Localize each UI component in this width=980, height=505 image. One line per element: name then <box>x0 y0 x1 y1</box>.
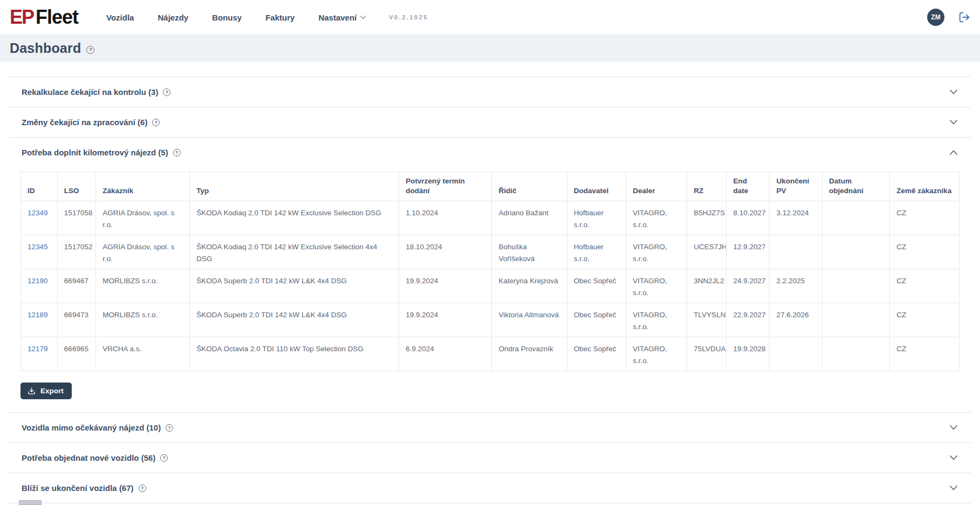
chevron-down-icon[interactable] <box>950 455 957 460</box>
table-cell: 669467 <box>57 269 95 303</box>
table-cell: VITAGRO, s.r.o. <box>626 269 687 303</box>
panel-title: Rekalkulace čekající na kontrolu (3) <box>22 87 158 97</box>
table-cell: Bohuška Voříšeková <box>492 235 567 269</box>
panel-kilometrovy-najezd: Potřeba doplnit kilometrový nájezd (5) ?… <box>9 138 971 413</box>
table-cell: 666965 <box>57 337 95 371</box>
logout-icon[interactable] <box>958 11 970 23</box>
table-cell <box>822 303 889 337</box>
column-header: LSO <box>57 172 95 201</box>
panel-title: Potřeba doplnit kilometrový nájezd (5) <box>22 148 168 157</box>
main-nav: Vozidla Nájezdy Bonusy Faktury Nastavení <box>106 13 366 22</box>
id-link[interactable]: 12349 <box>21 201 58 235</box>
nav-item-najezdy[interactable]: Nájezdy <box>157 13 188 22</box>
table-cell: 2.2.2025 <box>770 269 822 303</box>
nav-item-vozidla[interactable]: Vozidla <box>106 13 134 22</box>
table-row: 12179666965VRCHA a.s.ŠKODA Octavia 2.0 T… <box>21 337 960 371</box>
panel-rekalkulace: Rekalkulace čekající na kontrolu (3) ? <box>9 77 971 107</box>
table-cell: 24.9.2027 <box>727 269 770 303</box>
column-header: Zákazník <box>96 172 190 201</box>
help-icon[interactable]: ? <box>152 119 160 126</box>
table-cell: 19.9.2024 <box>399 269 492 303</box>
table-cell: UCES7JH <box>687 235 727 269</box>
logo-ep-text: EP <box>10 6 33 29</box>
dashboard-accordion: Rekalkulace čekající na kontrolu (3) ? Z… <box>9 77 971 503</box>
panel-ukonceni-vozidla: Blíží se ukončení vozidla (67) ? <box>9 473 971 503</box>
column-header: Ukončení PV <box>770 172 822 201</box>
help-icon[interactable]: ? <box>163 88 170 96</box>
chevron-up-icon[interactable] <box>950 150 957 155</box>
panel-title: Blíží se ukončení vozidla (67) <box>22 483 134 493</box>
panel-header-objednat-vozidlo[interactable]: Potřeba objednat nové vozidlo (56) ? <box>9 443 971 473</box>
nav-item-faktury[interactable]: Faktury <box>265 13 294 22</box>
panel-header-zmeny[interactable]: Změny čekající na zpracování (6) ? <box>9 107 971 137</box>
help-icon[interactable]: ? <box>173 149 181 156</box>
table-cell: Obec Sopřeč <box>567 269 626 303</box>
table-cell: AGRIA Drásov, spol. s r.o. <box>96 235 190 269</box>
page-header: Dashboard ? <box>0 35 980 62</box>
table-cell: B5HJZ7S <box>687 201 727 235</box>
panel-zmeny: Změny čekající na zpracování (6) ? <box>9 107 971 138</box>
export-button-label: Export <box>40 387 64 395</box>
help-icon[interactable]: ? <box>139 484 146 492</box>
column-header: Dodavatel <box>567 172 626 201</box>
column-header: End date <box>727 172 770 201</box>
top-navigation-bar: EP Fleet Vozidla Nájezdy Bonusy Faktury … <box>0 0 980 35</box>
panel-body-kilometrovy-najezd: IDLSOZákazníkTypPotvrzený termín dodáníŘ… <box>9 167 971 412</box>
column-header: Dealer <box>626 172 687 201</box>
table-cell: CZ <box>890 337 960 371</box>
table-cell: ŠKODA Kodiaq 2.0 TDI 142 kW Exclusive Se… <box>190 235 399 269</box>
panel-title: Změny čekající na zpracování (6) <box>22 118 147 127</box>
table-cell: 19.9.2028 <box>727 337 770 371</box>
column-header: ID <box>21 172 58 201</box>
table-cell: 1517052 <box>57 235 95 269</box>
nav-item-nastaveni[interactable]: Nastavení <box>318 13 366 22</box>
panel-header-mimo-najezd[interactable]: Vozidla mimo očekávaný nájezd (10) ? <box>9 413 971 442</box>
table-cell <box>822 269 889 303</box>
table-cell: 12.9.2027 <box>727 235 770 269</box>
panel-objednat-vozidlo: Potřeba objednat nové vozidlo (56) ? <box>9 443 971 473</box>
table-cell: CZ <box>890 235 960 269</box>
horizontal-scrollbar-thumb[interactable] <box>19 500 42 505</box>
page-title: Dashboard <box>10 40 81 56</box>
id-link[interactable]: 12345 <box>21 235 58 269</box>
panel-header-rekalkulace[interactable]: Rekalkulace čekající na kontrolu (3) ? <box>9 77 971 107</box>
table-row: 12189669473MORLIBZS s.r.o.ŠKODA Superb 2… <box>21 303 960 337</box>
table-cell: VRCHA a.s. <box>96 337 190 371</box>
id-link[interactable]: 12189 <box>21 303 58 337</box>
table-cell <box>770 235 822 269</box>
export-button[interactable]: Export <box>20 383 72 399</box>
table-cell: Viktoria Altmanová <box>492 303 567 337</box>
table-cell: Kateryna Krejzová <box>492 269 567 303</box>
table-cell: 19.9.2024 <box>399 303 492 337</box>
table-cell: VITAGRO, s.r.o. <box>626 303 687 337</box>
table-cell: ŠKODA Superb 2.0 TDI 142 kW L&K 4x4 DSG <box>190 269 399 303</box>
table-cell: Obec Sopřeč <box>567 337 626 371</box>
help-icon[interactable]: ? <box>86 46 94 54</box>
help-icon[interactable]: ? <box>160 454 168 462</box>
panel-header-kilometrovy-najezd[interactable]: Potřeba doplnit kilometrový nájezd (5) ? <box>9 138 971 167</box>
chevron-down-icon[interactable] <box>950 120 957 125</box>
id-link[interactable]: 12179 <box>21 337 58 371</box>
table-cell: 75LVDUA <box>687 337 727 371</box>
table-cell: ŠKODA Superb 2.0 TDI 142 kW L&K 4x4 DSG <box>190 303 399 337</box>
chevron-down-icon[interactable] <box>950 425 957 430</box>
column-header: Typ <box>190 172 399 201</box>
table-cell <box>822 235 889 269</box>
chevron-down-icon[interactable] <box>950 90 957 94</box>
panel-title: Vozidla mimo očekávaný nájezd (10) <box>22 423 161 432</box>
avatar[interactable]: ZM <box>927 9 944 26</box>
nav-item-bonusy[interactable]: Bonusy <box>212 13 242 22</box>
app-logo[interactable]: EP Fleet <box>10 6 78 29</box>
table-cell <box>770 337 822 371</box>
id-link[interactable]: 12190 <box>21 269 58 303</box>
table-cell: MORLIBZS s.r.o. <box>96 303 190 337</box>
table-cell: VITAGRO, s.r.o. <box>626 201 687 235</box>
table-cell <box>822 337 889 371</box>
panel-header-ukonceni-vozidla[interactable]: Blíží se ukončení vozidla (67) ? <box>9 473 971 503</box>
chevron-down-icon <box>360 16 366 19</box>
chevron-down-icon[interactable] <box>950 486 957 490</box>
help-icon[interactable]: ? <box>166 424 173 432</box>
table-header-row: IDLSOZákazníkTypPotvrzený termín dodáníŘ… <box>21 172 960 201</box>
topbar-right-group: ZM <box>927 9 970 26</box>
column-header: RZ <box>687 172 727 201</box>
